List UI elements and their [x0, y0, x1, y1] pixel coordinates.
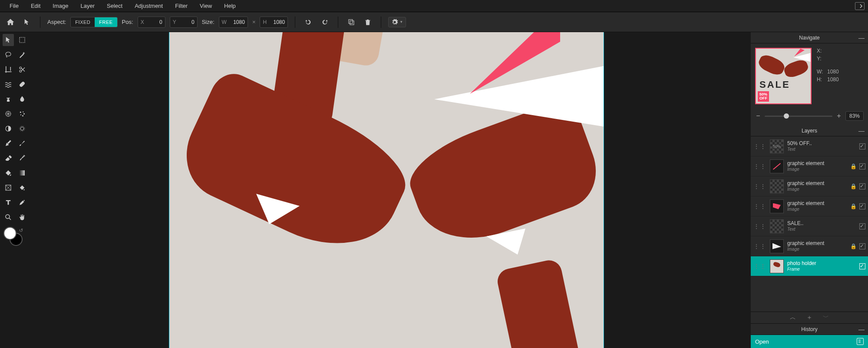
layer-row[interactable]: ⋮⋮SALE..Text	[751, 216, 868, 236]
visibility-toggle[interactable]	[859, 163, 865, 169]
pen-tool[interactable]	[3, 137, 14, 149]
menu-edit[interactable]: Edit	[25, 0, 46, 12]
liquify-tool[interactable]	[3, 78, 14, 90]
layer-name: graphic element	[787, 180, 847, 186]
layer-down-icon[interactable]: ﹀	[823, 314, 829, 321]
layer-row[interactable]: ⋮⋮graphic elementImage🔒	[751, 156, 868, 176]
lock-icon[interactable]: 🔒	[850, 203, 857, 209]
collapse-panels-button[interactable]	[855, 2, 865, 10]
hand-tool[interactable]	[17, 211, 28, 223]
arrow-tool-indicator-icon[interactable]	[21, 16, 33, 28]
aspect-link-icon[interactable]: ×	[252, 19, 256, 25]
navigate-panel-header[interactable]: Navigate —	[751, 32, 868, 43]
drag-handle-icon[interactable]: ⋮⋮	[753, 166, 766, 167]
canvas[interactable]: SALE	[169, 32, 604, 348]
aspect-fixed[interactable]: FIXED	[71, 17, 95, 27]
cutout-tool[interactable]	[17, 63, 28, 76]
layer-row[interactable]: ⋮⋮graphic elementImage🔒	[751, 196, 868, 216]
eraser-tool[interactable]	[3, 152, 14, 164]
menu-help[interactable]: Help	[218, 0, 242, 12]
gradient-tool[interactable]	[17, 167, 28, 179]
undo-icon[interactable]	[302, 16, 314, 28]
history-panel: Open	[751, 335, 868, 348]
zoom-in-button[interactable]: +	[836, 112, 842, 120]
lock-icon[interactable]: 🔒	[850, 243, 857, 249]
layers-panel-header[interactable]: Layers —	[751, 125, 868, 136]
shape-tool[interactable]	[3, 182, 14, 194]
heal-tool[interactable]	[17, 78, 28, 90]
menu-filter[interactable]: Filter	[169, 0, 194, 12]
text-tool[interactable]	[3, 196, 14, 209]
drag-handle-icon[interactable]: ⋮⋮	[753, 205, 766, 207]
visibility-toggle[interactable]	[859, 263, 865, 269]
zoom-slider[interactable]	[765, 116, 832, 117]
menu-select[interactable]: Select	[101, 0, 129, 12]
brush-tool[interactable]	[17, 137, 28, 149]
visibility-toggle[interactable]	[859, 203, 865, 209]
size-w-input[interactable]: W1080	[219, 17, 248, 28]
delete-icon[interactable]	[362, 16, 374, 28]
disperse-tool[interactable]	[17, 108, 28, 120]
swap-colors-icon[interactable]: ↺	[19, 228, 23, 233]
drag-handle-icon[interactable]: ⋮⋮	[753, 265, 766, 267]
wand-tool[interactable]	[17, 49, 28, 61]
settings-dropdown[interactable]: ▼	[388, 17, 406, 27]
minimize-icon[interactable]: —	[858, 127, 865, 134]
visibility-toggle[interactable]	[859, 243, 865, 249]
menu-file[interactable]: File	[3, 0, 25, 12]
canvas-area[interactable]: SALE	[30, 32, 751, 348]
home-icon[interactable]	[4, 16, 17, 28]
layer-up-icon[interactable]: ︿	[790, 314, 796, 321]
dodge-tool[interactable]	[3, 123, 14, 135]
burn-tool[interactable]	[17, 123, 28, 135]
navigator-thumbnail[interactable]: SALE 50%OFF	[755, 48, 812, 104]
pos-y-input[interactable]: Y0	[170, 17, 198, 28]
menu-layer[interactable]: Layer	[75, 0, 101, 12]
minimize-icon[interactable]: —	[858, 326, 865, 333]
visibility-toggle[interactable]	[859, 183, 865, 189]
minimize-icon[interactable]: —	[858, 34, 865, 41]
arrow-tool[interactable]	[3, 34, 14, 46]
drag-handle-icon[interactable]: ⋮⋮	[753, 225, 766, 227]
drag-handle-icon[interactable]: ⋮⋮	[753, 245, 766, 247]
history-panel-header[interactable]: History —	[751, 324, 868, 335]
sponge-tool[interactable]	[3, 108, 14, 120]
layer-row[interactable]: ⋮⋮50%50% OFF..Text	[751, 136, 868, 156]
aspect-free[interactable]: FREE	[95, 17, 117, 27]
blur-tool[interactable]	[17, 93, 28, 105]
visibility-toggle[interactable]	[859, 143, 865, 149]
foreground-color[interactable]	[3, 227, 17, 240]
menu-view[interactable]: View	[194, 0, 218, 12]
lock-icon[interactable]: 🔒	[850, 163, 857, 169]
redo-icon[interactable]	[319, 16, 331, 28]
aspect-toggle[interactable]: FIXED FREE	[70, 17, 117, 27]
fill-tool[interactable]	[3, 167, 14, 179]
eyedropper-tool[interactable]	[17, 196, 28, 209]
clone-tool[interactable]	[3, 93, 14, 105]
layer-row[interactable]: ⋮⋮graphic elementImage🔒	[751, 236, 868, 256]
color-swatches[interactable]: ↺	[3, 227, 23, 246]
size-h-input[interactable]: H1080	[260, 17, 288, 28]
drag-handle-icon[interactable]: ⋮⋮	[753, 146, 766, 147]
drag-handle-icon[interactable]: ⋮⋮	[753, 186, 766, 187]
layer-row[interactable]: ⋮⋮graphic elementImage🔒	[751, 176, 868, 196]
replace-color-tool[interactable]	[17, 152, 28, 164]
zoom-tool[interactable]	[3, 211, 14, 223]
pos-x-input[interactable]: X0	[138, 17, 165, 28]
layer-row[interactable]: ⋮⋮photo holderFrame	[751, 256, 868, 276]
add-layer-icon[interactable]: ＋	[806, 314, 812, 321]
paint-bucket-tool[interactable]	[17, 182, 28, 194]
svg-rect-1	[350, 21, 354, 25]
menu-image[interactable]: Image	[46, 0, 74, 12]
lasso-tool[interactable]	[3, 49, 14, 61]
history-item-open[interactable]: Open	[751, 335, 868, 348]
visibility-toggle[interactable]	[859, 223, 865, 229]
lock-icon[interactable]: 🔒	[850, 183, 857, 189]
aspect-label: Aspect:	[47, 19, 66, 25]
crop-tool[interactable]	[3, 63, 14, 76]
zoom-value[interactable]: 83%	[845, 111, 864, 121]
menu-adjustment[interactable]: Adjustment	[129, 0, 169, 12]
marquee-tool[interactable]	[17, 34, 28, 46]
zoom-out-button[interactable]: −	[755, 112, 761, 120]
duplicate-icon[interactable]	[345, 16, 357, 28]
